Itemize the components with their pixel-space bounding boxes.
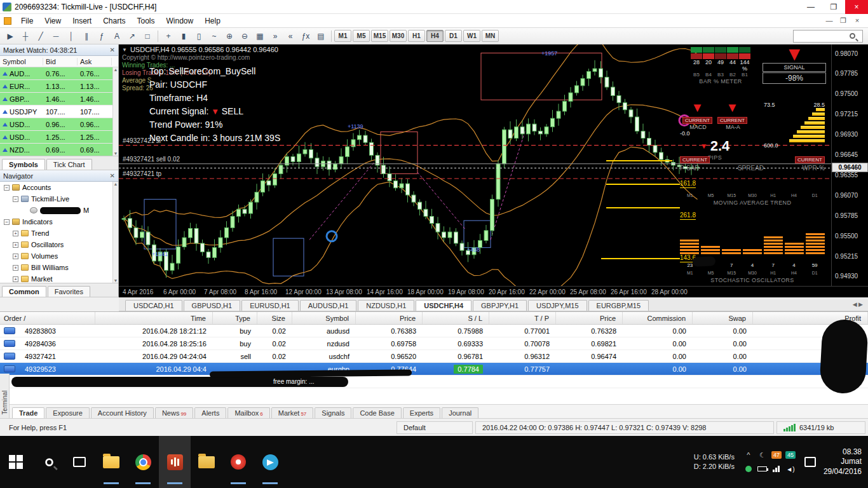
terminal-column-commission[interactable]: Commission <box>623 312 693 324</box>
horizontal-line-icon[interactable]: ─ <box>49 30 63 43</box>
mdi-minimize-button[interactable]: — <box>822 17 836 25</box>
tab-common[interactable]: Common <box>2 286 46 297</box>
chart-shift-icon[interactable]: « <box>283 30 297 43</box>
timeframe-h1[interactable]: H1 <box>408 30 425 42</box>
menu-insert[interactable]: Insert <box>67 15 97 27</box>
tree-expander-icon[interactable]: + <box>13 254 18 259</box>
mdi-restore-button[interactable]: ❐ <box>836 17 850 25</box>
terminal-tab-market[interactable]: Market57 <box>271 407 314 418</box>
folder-shortcut-button[interactable] <box>191 436 222 488</box>
terminal-tab-signals[interactable]: Signals <box>315 407 351 418</box>
chart-candles-icon[interactable]: ▯ <box>192 30 206 43</box>
terminal-column-size[interactable]: Size <box>257 312 292 324</box>
taskbar-search-button[interactable] <box>32 436 64 488</box>
chart-tab-eurusd-h1[interactable]: EURUSD,H1 <box>241 300 299 311</box>
timeframe-m5[interactable]: M5 <box>353 30 370 42</box>
toolbar-search-input[interactable] <box>796 32 847 40</box>
chart-tab-usdjpy-m15[interactable]: USDJPY,M15 <box>528 300 587 311</box>
taskbar-clock[interactable]: 08.38 Jumat 29/04/2016 <box>824 447 862 477</box>
market-watch-scrollbar[interactable]: ▲▼ <box>112 67 118 156</box>
tree-expander-icon[interactable]: + <box>13 231 18 236</box>
terminal-tab-trade[interactable]: Trade <box>12 407 44 418</box>
fibonacci-icon[interactable]: ƒ <box>95 30 109 43</box>
arrows-icon[interactable]: ↗ <box>125 30 139 43</box>
terminal-tab-code-base[interactable]: Code Base <box>353 407 401 418</box>
nav-item-indicators[interactable]: −Indicators <box>0 216 113 227</box>
terminal-column-sl[interactable]: S / L <box>423 312 489 324</box>
market-watch-row[interactable]: USD...1.25...1.25... <box>0 131 118 144</box>
nav-item-oscillators[interactable]: +Oscillators <box>0 239 113 250</box>
vertical-line-icon[interactable]: │ <box>64 30 78 43</box>
nav-item-m[interactable]: M <box>0 205 113 216</box>
market-watch-close-icon[interactable]: ✕ <box>110 46 115 53</box>
toolbar-search[interactable] <box>793 30 863 43</box>
menu-view[interactable]: View <box>39 15 67 27</box>
menu-tools[interactable]: Tools <box>132 15 161 27</box>
tab-symbols[interactable]: Symbols <box>2 159 45 170</box>
new-order-icon[interactable]: + <box>161 30 175 43</box>
trendline-icon[interactable]: ╱ <box>34 30 48 43</box>
navigator-scrollbar[interactable]: ▲▼ <box>112 182 118 283</box>
chart-tab-nzdusd-h1[interactable]: NZDUSD,H1 <box>358 300 414 311</box>
chart-area[interactable]: +1541+1139+458+1957 ▼ USDCHF,H4 0.96555 … <box>119 44 868 297</box>
terminal-column-swap[interactable]: Swap <box>693 312 753 324</box>
chart-bars-icon[interactable]: ▮ <box>177 30 191 43</box>
market-watch-row[interactable]: NZD...0.69...0.69... <box>0 144 118 156</box>
close-button[interactable]: × <box>845 0 868 14</box>
chart-plot[interactable]: +1541+1139+458+1957 ▼ USDCHF,H4 0.96555 … <box>119 44 831 286</box>
chart-line-icon[interactable]: ~ <box>207 30 221 43</box>
shapes-icon[interactable]: □ <box>140 30 154 43</box>
terminal-column-tp[interactable]: T / P <box>489 312 556 324</box>
network-status-icon[interactable] <box>745 466 752 472</box>
market-watch-row[interactable]: USDJPY107....107.... <box>0 105 118 118</box>
time-axis[interactable]: 4 Apr 20166 Apr 00:007 Apr 08:008 Apr 16… <box>119 286 868 297</box>
nav-item-trend[interactable]: +Trend <box>0 227 113 239</box>
terminal-order-row[interactable]: 493274212016.04.29 04:24:04sell0.02usdch… <box>0 350 868 363</box>
timeframe-m30[interactable]: M30 <box>390 30 407 42</box>
tile-windows-icon[interactable]: ▦ <box>253 30 267 43</box>
order-line-label[interactable]: #49327421 tp <box>123 170 161 177</box>
wifi-icon[interactable] <box>773 466 780 472</box>
tab-tick-chart[interactable]: Tick Chart <box>46 159 92 170</box>
restore-button[interactable]: ❐ <box>822 0 845 14</box>
minimize-button[interactable]: — <box>799 0 822 14</box>
market-watch-row[interactable]: USD...0.96...0.96... <box>0 118 118 131</box>
zoom-in-icon[interactable]: ⊕ <box>222 30 236 43</box>
start-button[interactable] <box>0 436 32 488</box>
temp-badge-2[interactable]: 45 <box>785 451 796 459</box>
market-watch-row[interactable]: EUR...1.13...1.13... <box>0 80 118 93</box>
file-explorer-button[interactable] <box>95 436 127 488</box>
status-profile[interactable]: Default <box>397 421 473 434</box>
terminal-tab-news[interactable]: News99 <box>155 407 193 418</box>
task-view-button[interactable] <box>64 436 95 488</box>
tree-expander-icon[interactable]: + <box>13 242 18 248</box>
market-watch-row[interactable]: AUD...0.76...0.76... <box>0 67 118 80</box>
price-scale[interactable]: 0.96460 0.980700.977850.975000.972150.96… <box>831 44 868 286</box>
timeframe-h4[interactable]: H4 <box>426 30 444 42</box>
indicators-icon[interactable]: ƒx <box>299 30 313 43</box>
market-watch-row[interactable]: GBP...1.46...1.46... <box>0 93 118 105</box>
terminal-order-row[interactable]: 492838032016.04.28 18:21:12buy0.02audusd… <box>0 325 868 337</box>
column-symbol[interactable]: Symbol <box>0 58 43 65</box>
chart-symbol-header[interactable]: ▼ USDCHF,H4 0.96555 0.96586 0.96442 0.96… <box>122 46 278 53</box>
speaker-icon[interactable]: ◄) <box>786 466 794 473</box>
timeframe-w1[interactable]: W1 <box>463 30 480 42</box>
menu-file[interactable]: File <box>15 15 39 27</box>
terminal-tab-experts[interactable]: Experts <box>403 407 440 418</box>
timeframe-d1[interactable]: D1 <box>445 30 462 42</box>
chart-tab-eurgbp-m15[interactable]: EURGBP,M15 <box>588 300 649 311</box>
cursor-icon[interactable]: ▶ <box>3 30 17 43</box>
show-hidden-icons[interactable]: ^ <box>747 451 750 459</box>
text-label-icon[interactable]: A <box>110 30 124 43</box>
menu-window[interactable]: Window <box>161 15 200 27</box>
order-line-label[interactable]: #49327421 sl <box>123 137 161 144</box>
tree-expander-icon[interactable]: + <box>13 265 18 271</box>
terminal-tab-exposure[interactable]: Exposure <box>46 407 89 418</box>
telegram-button[interactable] <box>254 436 286 488</box>
chart-tab-gbpjpy-h1[interactable]: GBPJPY,H1 <box>473 300 527 311</box>
tree-expander-icon[interactable]: − <box>13 196 18 202</box>
navigator-close-icon[interactable]: ✕ <box>110 172 115 179</box>
notification-center-icon[interactable] <box>804 457 816 467</box>
menu-help[interactable]: Help <box>199 15 226 27</box>
terminal-order-row[interactable]: 493295232016.04.29 04:4eurgbp0.776440.77… <box>0 363 868 376</box>
